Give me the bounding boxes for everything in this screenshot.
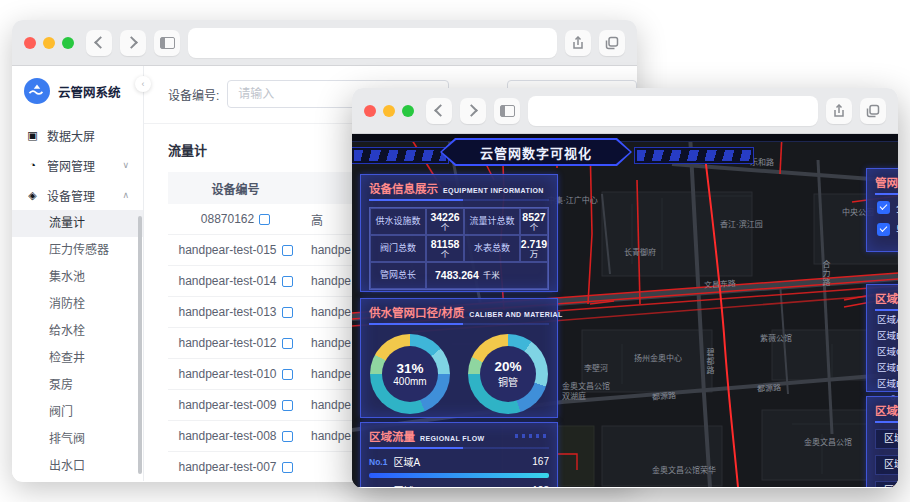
copy-icon[interactable] bbox=[282, 276, 293, 287]
share-icon bbox=[832, 104, 846, 118]
sidebar-subitem-pressure-sensor[interactable]: 压力传感器 bbox=[12, 237, 143, 264]
stat-label: 管网总长 bbox=[380, 270, 416, 280]
sidebar-toggle-button[interactable] bbox=[154, 30, 180, 56]
copy-icon[interactable] bbox=[282, 338, 293, 349]
share-button[interactable] bbox=[826, 98, 852, 124]
sidebar-subitem-inspection-well[interactable]: 检查井 bbox=[12, 345, 143, 372]
copy-icon[interactable] bbox=[282, 431, 293, 442]
legend-label: 区域E bbox=[877, 376, 898, 390]
rank-badge: No.1 bbox=[369, 457, 387, 467]
region-row[interactable]: 区域D bbox=[875, 481, 898, 487]
close-window-button[interactable] bbox=[24, 37, 36, 49]
sidebar-subitem-water-hydrant[interactable]: 给水栓 bbox=[12, 318, 143, 345]
sidebar-subitem-pump-house[interactable]: 泵房 bbox=[12, 372, 143, 399]
back-button[interactable] bbox=[426, 98, 452, 124]
copy-icon[interactable] bbox=[282, 369, 293, 380]
copy-icon[interactable] bbox=[259, 214, 270, 225]
material-donut-chart: 20% 铜管 bbox=[468, 334, 548, 414]
legend-row: 区域A bbox=[867, 311, 898, 327]
legend-label: 区域C bbox=[877, 344, 898, 358]
header-band bbox=[352, 134, 898, 142]
share-icon bbox=[571, 36, 585, 50]
dashboard-title: 云管网数字可视化 bbox=[480, 143, 592, 162]
sidebar-subitem-valve[interactable]: 阀门 bbox=[12, 399, 143, 426]
title-underline bbox=[875, 421, 898, 423]
device-code: handpear-test-015 bbox=[178, 243, 276, 257]
device-code: handpear-test-010 bbox=[178, 367, 276, 381]
pipe-network-icon: ◔ bbox=[26, 159, 39, 171]
region-row[interactable]: 区域B bbox=[875, 429, 898, 449]
sidebar-item-label: 数据大屏 bbox=[47, 127, 95, 144]
address-bar[interactable] bbox=[188, 28, 557, 58]
title-underline bbox=[369, 323, 549, 325]
map-label: 都源路 bbox=[652, 391, 677, 403]
zoom-window-button[interactable] bbox=[402, 105, 414, 117]
minimize-window-button[interactable] bbox=[383, 105, 395, 117]
forward-button[interactable] bbox=[120, 30, 146, 56]
copy-icon[interactable] bbox=[282, 400, 293, 411]
sidebar-subitem-outlet[interactable]: 出水口 bbox=[12, 453, 143, 480]
sidebar-item-device-mgmt[interactable]: ◈ 设备管理 ∧ bbox=[12, 180, 143, 210]
copy-icon[interactable] bbox=[282, 462, 293, 473]
flow-rank-row: No.2 区域C 123 bbox=[361, 478, 557, 487]
app-title: 云管网系统 bbox=[58, 82, 121, 101]
copy-tabs-icon bbox=[605, 36, 619, 50]
share-button[interactable] bbox=[565, 30, 591, 56]
minimize-window-button[interactable] bbox=[43, 37, 55, 49]
sidebar-subitem-water-source-well[interactable]: 水源井 bbox=[12, 480, 143, 482]
region-name: 区域A bbox=[393, 454, 420, 469]
sidebar-item-pipe-mgmt[interactable]: ◔ 管网管理 ∨ bbox=[12, 150, 143, 180]
checkbox-checked[interactable] bbox=[877, 201, 890, 214]
chevron-up-icon: ∧ bbox=[122, 190, 129, 200]
sidebar-scrollbar[interactable] bbox=[138, 216, 142, 474]
sidebar-item-data-screen[interactable]: ▣ 数据大屏 bbox=[12, 120, 143, 150]
stat-value: 81158 bbox=[431, 238, 460, 250]
stat-label: 供水设施数 bbox=[375, 216, 420, 226]
stat-label: 阀门总数 bbox=[380, 243, 416, 253]
sidebar-collapse-button[interactable]: ‹ bbox=[135, 76, 151, 92]
region-stats-panel: 区域统计 区域A 区域B 区域C 区域D 区域E 0 bbox=[866, 284, 898, 392]
zoom-window-button[interactable] bbox=[62, 37, 74, 49]
device-code-label: 设备编号: bbox=[168, 86, 219, 103]
regional-flow-panel: 区域流量 REGIONAL FLOW No.1 区域A 167 No.2 区域C… bbox=[360, 422, 558, 487]
sidebar-subitem-fire-hydrant[interactable]: 消防栓 bbox=[12, 291, 143, 318]
checkbox-checked[interactable] bbox=[877, 223, 890, 236]
tabs-button[interactable] bbox=[860, 98, 886, 124]
chevron-down-icon: ∨ bbox=[122, 160, 129, 170]
panel-subtitle: EQUIPMENT INFORMATION bbox=[443, 187, 544, 194]
map-label: 合力路 bbox=[820, 260, 830, 287]
visualization-dashboard: 乐和路 中集·江广中心 香江·滨江园 中央公园 长青御府 文昌东路 扬州金奥中心… bbox=[352, 134, 898, 487]
map-label: 李壁河 bbox=[584, 364, 608, 374]
tabs-button[interactable] bbox=[599, 30, 625, 56]
panel-title: 区域流量 bbox=[875, 402, 898, 418]
donut-percentage: 31% bbox=[396, 361, 423, 376]
back-button[interactable] bbox=[86, 30, 112, 56]
panel-title: 设备信息展示 bbox=[369, 180, 438, 196]
forward-button[interactable] bbox=[460, 98, 486, 124]
address-bar[interactable] bbox=[528, 96, 818, 126]
admin-sidebar: ‹ 云管网系统 ▣ 数据大屏 ◔ 管网管理 ∨ bbox=[12, 66, 144, 481]
map-label: 都源路 bbox=[757, 383, 782, 395]
stat-label: 水表总数 bbox=[474, 243, 510, 253]
equipment-info-panel: 设备信息展示 EQUIPMENT INFORMATION 供水设施数 34226… bbox=[360, 174, 558, 292]
device-code: handpear-test-009 bbox=[178, 398, 276, 412]
layer-option-row: 全选 bbox=[867, 195, 898, 217]
region-row[interactable]: 区域C bbox=[875, 455, 898, 475]
sidebar-subitem-catch-basin[interactable]: 集水池 bbox=[12, 264, 143, 291]
chevron-left-icon bbox=[434, 104, 447, 117]
header-decoration-right bbox=[634, 147, 754, 164]
stats-grid: 供水设施数 34226个 流量计总数 8527个 阀门总数 81158个 水表总… bbox=[369, 207, 549, 290]
rank-badge: No.2 bbox=[369, 486, 387, 488]
device-code: handpear-test-013 bbox=[178, 305, 276, 319]
legend-row: 区域E bbox=[867, 375, 898, 391]
stat-unit: 万 bbox=[530, 250, 539, 260]
copy-icon[interactable] bbox=[282, 245, 293, 256]
panel-title: 管网图层 bbox=[875, 174, 898, 190]
sidebar-toggle-button[interactable] bbox=[494, 98, 520, 124]
copy-icon[interactable] bbox=[282, 307, 293, 318]
region-name: 区域C bbox=[393, 483, 420, 487]
flow-rank-row: No.1 区域A 167 bbox=[361, 449, 557, 469]
sidebar-subitem-flowmeter[interactable]: 流量计 bbox=[12, 210, 143, 237]
sidebar-subitem-exhaust-valve[interactable]: 排气阀 bbox=[12, 426, 143, 453]
close-window-button[interactable] bbox=[364, 105, 376, 117]
